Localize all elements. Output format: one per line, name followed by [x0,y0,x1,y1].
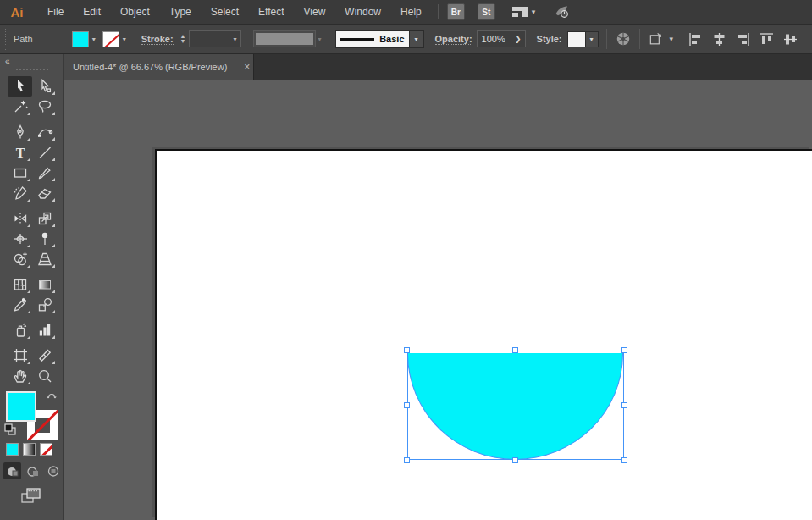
stroke-weight-stepper[interactable]: ▲▼ [180,34,186,44]
default-fill-stroke-icon[interactable] [4,423,16,439]
perspective-grid-tool[interactable] [32,249,57,269]
brush-definition-dropdown-button[interactable]: ▾ [410,30,424,48]
lasso-tool[interactable] [32,97,57,117]
control-bar-grip[interactable] [2,28,8,51]
selection-handle-bottom-left[interactable] [404,457,410,463]
none-swatch-button[interactable] [40,443,52,456]
horizontal-align-left-button[interactable] [685,29,705,49]
direct-selection-tool[interactable] [32,76,57,97]
control-bar-separator [606,29,607,49]
menu-select[interactable]: Select [202,1,247,23]
puppet-warp-tool[interactable] [32,229,57,249]
gpu-performance-icon[interactable] [554,3,571,20]
collapse-panel-icon[interactable]: « [5,57,9,66]
menu-help[interactable]: Help [392,1,430,23]
quick-swatches [6,443,57,456]
eyedropper-tool[interactable] [8,295,32,315]
rectangle-tool[interactable] [8,163,32,183]
stroke-weight-combo[interactable]: ▾ [189,30,241,47]
artboard-tool[interactable] [8,346,32,366]
eraser-tool[interactable] [32,183,57,203]
draw-normal-mode-button[interactable] [3,462,21,479]
fill-color-swatch[interactable] [72,31,89,47]
opacity-field[interactable]: 100% ❯ [477,30,526,47]
stock-button[interactable]: St [478,3,495,20]
bridge-button[interactable]: Br [447,3,465,20]
close-tab-icon[interactable]: × [239,61,255,73]
fill-color-control[interactable]: ▾ [72,31,99,47]
selection-handle-bottom-right[interactable] [621,457,627,463]
selection-handle-middle-left[interactable] [404,402,410,408]
graphic-style-swatch[interactable] [567,31,586,47]
draw-inside-mode-button[interactable] [44,462,62,479]
brush-stroke-preview [340,38,375,41]
magic-wand-tool[interactable] [8,97,32,117]
opacity-label[interactable]: Opacity: [435,34,472,45]
selection-handle-bottom-center[interactable] [512,457,518,463]
width-profile-combo[interactable] [253,30,316,47]
drawing-modes [3,462,64,479]
line-segment-tool[interactable] [32,142,57,163]
stroke-label[interactable]: Stroke: [141,34,174,45]
menu-view[interactable]: View [296,1,334,23]
shaper-tool[interactable] [8,183,32,203]
selection-handle-top-left[interactable] [404,347,410,353]
width-tool[interactable] [8,229,32,249]
graphic-style-dropdown-button[interactable]: ▾ [586,31,599,47]
curvature-tool[interactable] [32,122,57,142]
tools-panel: « T [0,54,64,520]
vertical-align-center-button[interactable] [780,29,800,49]
recolor-artwork-icon[interactable] [615,30,632,47]
canvas-pasteboard[interactable] [64,80,812,520]
menu-edit[interactable]: Edit [75,1,109,23]
horizontal-align-right-button[interactable] [732,29,753,49]
mesh-tool[interactable] [8,274,32,295]
color-swatch-button[interactable] [6,443,19,456]
opacity-value[interactable]: 100% [478,34,515,44]
brush-definition-combo[interactable]: Basic [335,30,410,48]
tools-panel-grip[interactable] [15,68,49,72]
fill-indicator[interactable] [6,391,36,422]
pen-tool[interactable] [8,122,32,142]
shape-builder-tool[interactable] [8,249,32,269]
selection-handle-top-center[interactable] [512,347,518,353]
transform-options-icon[interactable] [648,30,665,47]
menubar-separator [438,4,439,19]
stroke-color-control[interactable]: ▾ [102,31,130,47]
menu-object[interactable]: Object [112,1,158,23]
menu-window[interactable]: Window [336,1,389,23]
type-tool[interactable]: T [8,142,32,163]
change-screen-mode-icon[interactable] [20,486,42,508]
draw-behind-mode-button[interactable] [24,462,41,479]
selection-handle-top-right[interactable] [621,347,627,353]
hand-tool[interactable] [8,366,32,386]
chevron-down-icon[interactable]: ▾ [670,35,674,43]
slice-tool[interactable] [32,346,57,366]
blend-tool[interactable] [32,295,57,315]
paintbrush-tool[interactable] [32,163,57,183]
symbol-sprayer-tool[interactable] [8,320,32,340]
chevron-down-icon[interactable]: ▾ [119,36,130,43]
document-tab[interactable]: Untitled-4* @ 66.67% (RGB/Preview) × [64,54,254,80]
swap-fill-stroke-icon[interactable] [45,390,58,405]
column-graph-tool[interactable] [32,320,57,340]
style-label[interactable]: Style: [537,34,562,44]
selection-tool[interactable] [8,76,32,97]
stroke-none-swatch[interactable] [102,31,119,47]
menu-file[interactable]: File [39,1,72,23]
artboard[interactable] [155,149,812,520]
gradient-tool[interactable] [32,274,57,295]
chevron-right-icon[interactable]: ❯ [515,35,525,43]
app-logo-icon[interactable]: Ai [7,3,27,21]
workspace-switcher[interactable]: ▾ [511,3,536,20]
menu-effect[interactable]: Effect [250,1,292,23]
menu-type[interactable]: Type [161,1,200,23]
horizontal-align-center-button[interactable] [709,29,729,49]
vertical-align-top-button[interactable] [756,29,776,49]
gradient-swatch-button[interactable] [23,443,36,456]
zoom-tool[interactable] [32,366,57,386]
scale-tool[interactable] [32,208,57,229]
selection-handle-middle-right[interactable] [621,402,627,408]
reflect-tool[interactable] [8,208,32,229]
chevron-down-icon[interactable]: ▾ [89,36,99,43]
